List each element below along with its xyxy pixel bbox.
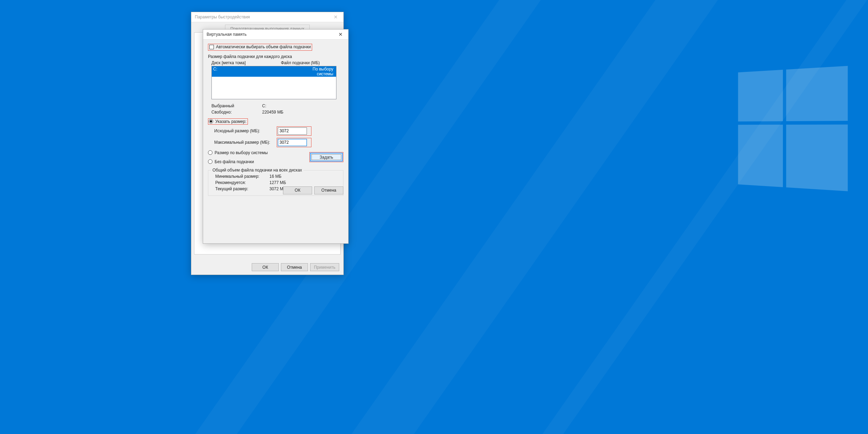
rec-value: 1277 МБ bbox=[269, 180, 286, 185]
radio-custom-row[interactable]: Указать размер: bbox=[208, 117, 343, 126]
perf-ok-button[interactable]: ОК bbox=[252, 263, 279, 271]
min-value: 16 МБ bbox=[269, 174, 282, 179]
hl-initial-input bbox=[277, 126, 311, 136]
initial-size-input[interactable] bbox=[278, 127, 307, 135]
radio-off-icon bbox=[208, 159, 212, 164]
drive-pf-value: По выбору системы bbox=[296, 67, 335, 76]
max-size-input[interactable] bbox=[278, 139, 307, 146]
size-grid: Исходный размер (МБ): Максимальный разме… bbox=[214, 126, 343, 147]
radio-none-label: Без файла подкачки bbox=[215, 159, 254, 164]
vm-cancel-button[interactable]: Отмена bbox=[314, 186, 343, 194]
close-icon[interactable]: ✕ bbox=[332, 14, 340, 20]
size-per-drive-label: Размер файла подкачки для каждого диска bbox=[208, 54, 343, 59]
drive-letter: C: bbox=[213, 67, 296, 76]
radio-none-row[interactable]: Без файла подкачки bbox=[208, 158, 268, 165]
initial-size-label: Исходный размер (МБ): bbox=[214, 128, 277, 133]
perf-cancel-button[interactable]: Отмена bbox=[281, 263, 308, 271]
vm-content: Автоматически выбирать объем файла подка… bbox=[203, 40, 348, 199]
max-size-label: Максимальный размер (МБ): bbox=[214, 140, 277, 145]
selected-label: Выбранный bbox=[211, 103, 262, 108]
auto-manage-checkbox[interactable]: Автоматически выбирать объем файла подка… bbox=[208, 44, 312, 50]
performance-titlebar: Параметры быстродействия ✕ bbox=[191, 12, 343, 22]
close-icon[interactable]: ✕ bbox=[336, 32, 345, 37]
set-button[interactable]: Задать bbox=[310, 153, 342, 161]
radio-system-label: Размер по выбору системы bbox=[215, 150, 268, 155]
perf-footer: ОК Отмена Применить bbox=[252, 263, 339, 271]
free-value: 220459 МБ bbox=[262, 110, 283, 115]
drive-list-header: Диск [метка тома] Файл подкачки (МБ) bbox=[211, 60, 336, 65]
selected-value: C: bbox=[262, 103, 266, 108]
radio-on-icon bbox=[209, 119, 213, 124]
drive-row[interactable]: C: По выбору системы bbox=[212, 66, 336, 77]
perf-apply-button[interactable]: Применить bbox=[310, 263, 339, 271]
vm-footer: ОК Отмена bbox=[283, 186, 343, 194]
free-space-row: Свободно: 220459 МБ bbox=[211, 109, 343, 115]
free-label: Свободно: bbox=[211, 110, 262, 115]
min-row: Минимальный размер: 16 МБ bbox=[215, 173, 340, 180]
windows-logo bbox=[738, 66, 844, 187]
cur-label: Текущий размер: bbox=[215, 186, 269, 191]
rec-row: Рекомендуется: 1277 МБ bbox=[215, 180, 340, 186]
checkbox-icon bbox=[209, 45, 214, 49]
drive-header: Диск [метка тома] bbox=[211, 60, 281, 65]
vm-titlebar: Виртуальная память ✕ bbox=[203, 30, 348, 40]
drive-list[interactable]: C: По выбору системы bbox=[211, 66, 336, 99]
selected-drive-row: Выбранный C: bbox=[211, 103, 343, 109]
total-group-legend: Общий объем файла подкачки на всех диска… bbox=[211, 168, 303, 173]
radio-system-row[interactable]: Размер по выбору системы bbox=[208, 149, 268, 156]
performance-title: Параметры быстродействия bbox=[195, 15, 250, 19]
set-area: Размер по выбору системы Без файла подка… bbox=[208, 149, 343, 165]
hl-set-button: Задать bbox=[309, 152, 343, 162]
pagefile-header: Файл подкачки (МБ) bbox=[281, 60, 320, 65]
auto-manage-label: Автоматически выбирать объем файла подка… bbox=[216, 44, 311, 49]
radio-custom-label: Указать размер: bbox=[215, 119, 247, 124]
hl-auto-checkbox: Автоматически выбирать объем файла подка… bbox=[208, 44, 312, 51]
vm-ok-button[interactable]: ОК bbox=[283, 186, 312, 194]
radio-off-icon bbox=[208, 150, 212, 155]
min-label: Минимальный размер: bbox=[215, 174, 269, 179]
hl-max-input bbox=[277, 138, 311, 147]
virtual-memory-window: Виртуальная память ✕ Автоматически выбир… bbox=[203, 29, 349, 244]
rec-label: Рекомендуется: bbox=[215, 180, 269, 185]
vm-title: Виртуальная память bbox=[207, 32, 247, 37]
